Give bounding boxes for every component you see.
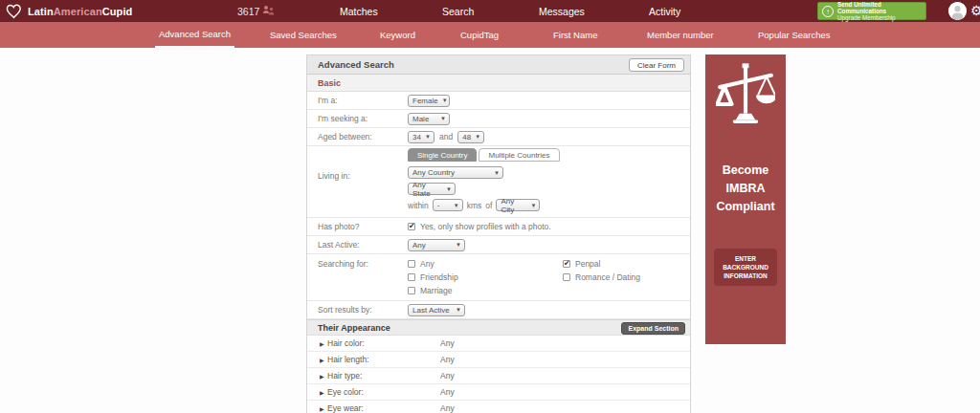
their-appearance-title: Their Appearance (318, 323, 390, 333)
hair-type-row[interactable]: ▶ Hair type: Any (307, 368, 690, 384)
chevron-down-icon: ▼ (446, 186, 452, 192)
upgrade-line1: Send Unlimited Communications (837, 1, 922, 14)
upgrade-arrow-icon: ↑ (822, 6, 834, 17)
expand-arrow-icon[interactable]: ▶ (320, 340, 327, 347)
tab-multiple-countries[interactable]: Multiple Countries (479, 148, 559, 162)
aged-and-text: and (439, 132, 453, 141)
searching-for-label: Searching for: (307, 259, 408, 269)
seeking-label: I'm seeking a: (307, 114, 408, 123)
subnav-item-member-number[interactable]: Member number (643, 22, 718, 48)
living-in-row: Living in: Single Country Multiple Count… (307, 146, 690, 218)
living-in-label: Living in: (318, 171, 350, 181)
subnav-item-keyword[interactable]: Keyword (376, 22, 419, 48)
seeking-select[interactable]: Male▼ (408, 113, 450, 125)
tab-single-country[interactable]: Single Country (408, 148, 477, 162)
nav-item-messages[interactable]: Messages (539, 0, 585, 22)
country-select[interactable]: Any Country▼ (408, 166, 503, 179)
sort-results-select[interactable]: Last Active▼ (408, 304, 465, 316)
eye-color-row[interactable]: ▶ Eye color: Any (307, 384, 690, 401)
upgrade-membership-button[interactable]: ↑ Send Unlimited Communications Upgrade … (817, 2, 926, 20)
subnav-item-advanced-search[interactable]: Advanced Search (155, 22, 234, 50)
expand-arrow-icon[interactable]: ▶ (320, 357, 327, 363)
has-photo-text: Yes, only show profiles with a photo. (420, 222, 551, 231)
expand-arrow-icon[interactable]: ▶ (320, 373, 327, 380)
age-to-select[interactable]: 48▼ (457, 131, 484, 143)
last-active-select[interactable]: Any▼ (408, 239, 465, 251)
chevron-down-icon: ▼ (456, 242, 461, 248)
search-subnav: Advanced Search Saved Searches Keyword C… (0, 22, 980, 48)
subnav-item-first-name[interactable]: First Name (549, 22, 601, 48)
page: LatinAmericanCupid 3617 Matches Search M… (0, 0, 980, 413)
searching-romance-checkbox[interactable] (563, 273, 570, 281)
advanced-search-panel: Advanced Search Clear Form Basic I'm a: … (306, 54, 691, 413)
panel-title: Advanced Search (318, 59, 394, 70)
subnav-item-cupidtag[interactable]: CupidTag (457, 22, 502, 48)
settings-gear-icon[interactable]: ⚙ (970, 3, 980, 18)
searching-any-checkbox[interactable] (408, 260, 415, 268)
country-tabs: Single Country Multiple Countries (408, 148, 690, 162)
imbra-banner[interactable]: Become IMBRA Compliant ENTER BACKGROUND … (705, 54, 786, 344)
searching-marriage-checkbox[interactable] (408, 287, 415, 294)
chevron-down-icon: ▼ (494, 170, 500, 176)
searching-for-row: Searching for: Any Friendship Marriage P… (307, 254, 690, 301)
people-icon (262, 3, 275, 20)
subnav-item-saved-searches[interactable]: Saved Searches (266, 22, 341, 48)
searching-friendship-checkbox[interactable] (408, 273, 415, 281)
top-navbar: LatinAmericanCupid 3617 Matches Search M… (0, 0, 980, 22)
chevron-down-icon: ▼ (475, 134, 480, 140)
their-appearance-header: Their Appearance Expand Section (307, 319, 690, 336)
seeking-row: I'm seeking a: Male▼ (307, 110, 690, 128)
im-a-label: I'm a: (307, 96, 408, 105)
subnav-item-popular-searches[interactable]: Popular Searches (754, 22, 835, 48)
nav-item-matches[interactable]: Matches (340, 0, 378, 22)
chevron-down-icon: ▼ (456, 307, 461, 313)
distance-select[interactable]: -▼ (433, 199, 463, 211)
city-select[interactable]: Any City▼ (496, 199, 540, 211)
has-photo-row: Has photo? Yes, only show profiles with … (307, 218, 690, 236)
scales-of-justice-icon (716, 62, 775, 125)
searching-penpal-checkbox[interactable] (563, 260, 570, 268)
upgrade-line2: Upgrade Membership (837, 14, 922, 21)
im-a-row: I'm a: Female▼ (307, 92, 690, 110)
panel-header: Advanced Search Clear Form (307, 55, 690, 75)
hair-length-row[interactable]: ▶ Hair length: Any (307, 352, 690, 368)
of-text: of (485, 201, 492, 210)
user-avatar[interactable] (948, 2, 967, 20)
enter-background-information-button[interactable]: ENTER BACKGROUND INFORMATION (714, 249, 777, 286)
nav-item-search[interactable]: Search (442, 0, 474, 22)
aged-between-row: Aged between: 34▼ and 48▼ (307, 128, 690, 146)
expand-arrow-icon[interactable]: ▶ (320, 405, 327, 412)
last-active-label: Last Active: (307, 240, 408, 250)
within-text: within (408, 201, 429, 210)
chevron-down-icon: ▼ (530, 203, 536, 208)
kms-text: kms (467, 201, 482, 210)
nav-item-activity[interactable]: Activity (649, 0, 680, 22)
brand-logo[interactable]: LatinAmericanCupid (6, 0, 132, 22)
hair-color-row[interactable]: ▶ Hair color: Any (307, 336, 690, 352)
has-photo-label: Has photo? (307, 222, 408, 231)
notification-count: 3617 (237, 6, 259, 17)
aged-between-label: Aged between: (307, 132, 408, 141)
has-photo-checkbox[interactable] (408, 223, 415, 230)
chevron-down-icon: ▼ (440, 116, 446, 121)
basic-section-header: Basic (307, 75, 690, 92)
eye-wear-row[interactable]: ▶ Eye wear: Any (307, 401, 690, 413)
chevron-down-icon: ▼ (442, 98, 448, 103)
im-a-select[interactable]: Female▼ (408, 95, 450, 107)
imbra-banner-text: Become IMBRA Compliant (716, 162, 774, 216)
sort-results-row: Sort results by: Last Active▼ (307, 301, 690, 319)
last-active-row: Last Active: Any▼ (307, 236, 690, 254)
state-select[interactable]: Any State▼ (408, 183, 456, 195)
sort-results-label: Sort results by: (307, 305, 408, 315)
expand-section-button[interactable]: Expand Section (621, 322, 685, 335)
expand-arrow-icon[interactable]: ▶ (320, 389, 327, 396)
age-from-select[interactable]: 34▼ (408, 131, 434, 143)
heart-logo-icon (6, 4, 22, 19)
brand-name: LatinAmericanCupid (28, 6, 132, 17)
clear-form-button[interactable]: Clear Form (629, 58, 684, 72)
chevron-down-icon: ▼ (425, 134, 431, 140)
notification-counter[interactable]: 3617 (237, 0, 275, 22)
chevron-down-icon: ▼ (454, 203, 459, 208)
